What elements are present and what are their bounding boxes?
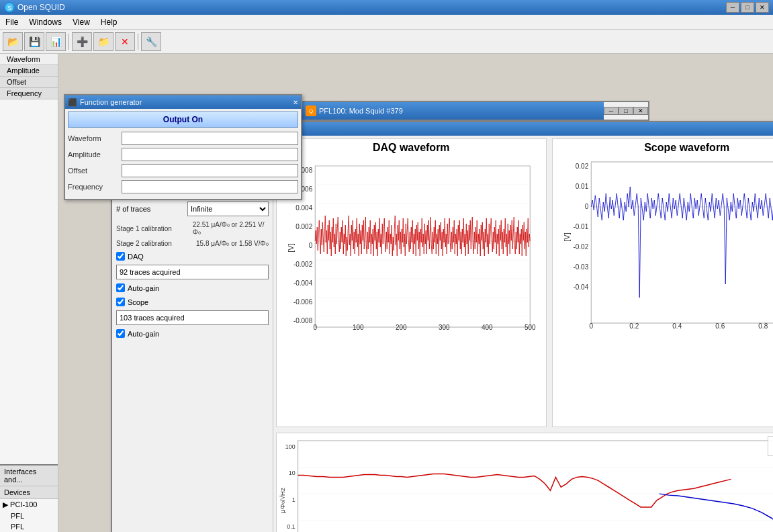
waveform-input[interactable] <box>122 132 298 145</box>
devices-section: Devices ▶ PCI-100 PFL PFL <box>0 486 58 532</box>
maximize-button[interactable]: □ <box>741 2 754 13</box>
daq-checkbox[interactable] <box>116 252 125 261</box>
func-gen-close-btn[interactable]: ✕ <box>293 99 298 106</box>
tab-waveform[interactable]: Waveform <box>0 54 58 65</box>
menu-view[interactable]: View <box>67 15 95 29</box>
settings-button[interactable]: 🔧 <box>141 32 161 51</box>
pfl100-close-btn[interactable]: ✕ <box>633 107 648 115</box>
delete-button[interactable]: ✕ <box>115 32 135 51</box>
offset-input[interactable] <box>122 164 298 177</box>
svg-text:500: 500 <box>525 324 536 331</box>
daq-checkbox-row: DAQ <box>116 252 269 261</box>
folder-button[interactable]: 📁 <box>93 32 113 51</box>
main-area: Waveform Amplitude Offset Frequency Inte… <box>0 54 773 532</box>
offset-label: Offset <box>68 167 122 175</box>
svg-text:300: 300 <box>439 324 450 331</box>
daq-traces-box: 92 traces acquired <box>116 265 269 279</box>
svg-text:0.4: 0.4 <box>672 322 682 330</box>
svg-text:-0.01: -0.01 <box>573 223 588 230</box>
daq-waveform-chart: 0.008 0.006 0.004 0.002 0 -0.002 -0.004 … <box>277 157 546 331</box>
app-title: Open SQUID <box>17 3 726 12</box>
svg-text:200: 200 <box>396 324 407 331</box>
flux-spectrum-chart: μΦ₀/√Hz 100 10 1 0.1 0.01 <box>277 433 773 532</box>
pfl100-minimize-btn[interactable]: ─ <box>604 107 619 115</box>
toolbar-separator <box>69 34 69 50</box>
toolbar: 📂 💾 📊 ➕ 📁 ✕ 🔧 <box>0 30 773 54</box>
chart-legend: DAQ Scope <box>768 436 773 456</box>
tab-amplitude[interactable]: Amplitude <box>0 65 58 77</box>
daq-autogain-row: Auto-gain <box>116 283 269 292</box>
add-button[interactable]: ➕ <box>72 32 92 51</box>
pfl100-titlebar: Q PFL100: Mod Squid #379 <box>302 102 604 120</box>
svg-text:-0.004: -0.004 <box>293 279 313 287</box>
func-gen-restore-icon[interactable]: ⬛ <box>68 98 77 107</box>
frequency-input[interactable] <box>122 180 298 193</box>
tab-frequency[interactable]: Frequency <box>0 88 58 99</box>
func-gen-content: Output On Waveform Amplitude Offset Freq… <box>65 109 301 199</box>
stage1-cal-label: Stage 1 calibration <box>116 225 190 232</box>
app-icon: S <box>4 2 15 13</box>
svg-text:-0.03: -0.03 <box>573 263 588 271</box>
svg-text:0.01: 0.01 <box>575 183 588 190</box>
tab-offset[interactable]: Offset <box>0 77 58 88</box>
pfl100-maximize-btn[interactable]: □ <box>619 107 633 115</box>
traces-select[interactable]: Infinite <box>187 202 269 216</box>
left-panel-top: Waveform Amplitude Offset Frequency <box>0 54 58 464</box>
func-gen-title: Function generator <box>80 98 142 106</box>
offset-row: Offset <box>68 164 298 177</box>
window-controls[interactable]: ─ □ ✕ <box>726 2 769 13</box>
close-window-button[interactable]: ✕ <box>756 2 769 13</box>
scope-traces-box: 103 traces acquired <box>116 310 269 325</box>
stage2-cal-label: Stage 2 calibration <box>116 240 193 247</box>
amplitude-label: Amplitude <box>68 150 122 159</box>
chart-button[interactable]: 📊 <box>46 32 66 51</box>
scope-autogain-checkbox[interactable] <box>116 329 125 338</box>
toolbar-separator2 <box>138 34 138 50</box>
svg-text:0.8: 0.8 <box>758 322 768 330</box>
waveform-label: Waveform <box>68 134 122 142</box>
daq-waveform-title: DAQ waveform <box>277 139 546 157</box>
menu-file[interactable]: File <box>0 15 24 29</box>
device-pfl1[interactable]: PFL <box>0 511 58 521</box>
daq-traces-text: 92 traces acquired <box>120 268 181 276</box>
open-button[interactable]: 📂 <box>3 32 23 51</box>
stage1-cal-value: 22.51 μA/Φ₀ or 2.251 V/Φ₀ <box>193 221 269 236</box>
frequency-label: Frequency <box>68 183 122 191</box>
svg-text:μΦ₀/√Hz: μΦ₀/√Hz <box>279 488 286 513</box>
svg-text:0.1: 0.1 <box>287 523 295 530</box>
device-pci100[interactable]: ▶ PCI-100 <box>0 499 58 511</box>
amplitude-input[interactable] <box>122 148 298 161</box>
svg-text:0.6: 0.6 <box>715 322 725 330</box>
svg-text:t [us]: t [us] <box>689 330 705 331</box>
scope-checkbox[interactable] <box>116 298 125 306</box>
traces-label: # of traces <box>116 205 183 213</box>
stage1-cal-row: Stage 1 calibration 22.51 μA/Φ₀ or 2.251… <box>116 221 269 236</box>
svg-text:0.2: 0.2 <box>629 322 639 330</box>
menu-bar: File Windows View Help <box>0 15 773 30</box>
pfl-icon: Q <box>306 105 316 116</box>
menu-windows[interactable]: Windows <box>24 15 67 29</box>
svg-text:0.002: 0.002 <box>295 223 312 230</box>
svg-text:100: 100 <box>353 324 364 331</box>
svg-text:[V]: [V] <box>287 243 295 252</box>
scope-traces-text: 103 traces acquired <box>120 314 185 322</box>
svg-text:10: 10 <box>289 470 295 476</box>
output-on-button[interactable]: Output On <box>68 112 298 128</box>
device-pfl2[interactable]: PFL <box>0 521 58 532</box>
minimize-button[interactable]: ─ <box>726 2 739 13</box>
chart-area: DAQ waveform 0.008 0.006 0.004 0.002 0 -… <box>273 136 773 532</box>
svg-text:-0.008: -0.008 <box>293 317 313 324</box>
svg-rect-37 <box>591 162 773 323</box>
daq-label: DAQ <box>128 253 144 261</box>
func-gen-titlebar: ⬛ Function generator ✕ <box>65 95 301 109</box>
waveform-row: Waveform <box>68 132 298 145</box>
pfl100-title: PFL100: Mod Squid #379 <box>319 107 403 115</box>
svg-text:S: S <box>7 5 11 11</box>
daq-autogain-checkbox[interactable] <box>116 283 125 292</box>
save-button[interactable]: 💾 <box>24 32 44 51</box>
stage2-cal-row: Stage 2 calibration 15.8 μA/Φ₀ or 1.58 V… <box>116 240 269 247</box>
pfl100-buttons[interactable]: ─ □ ✕ <box>604 107 648 115</box>
menu-help[interactable]: Help <box>95 15 123 29</box>
svg-text:-0.04: -0.04 <box>573 283 588 291</box>
title-bar: S Open SQUID ─ □ ✕ <box>0 0 773 15</box>
